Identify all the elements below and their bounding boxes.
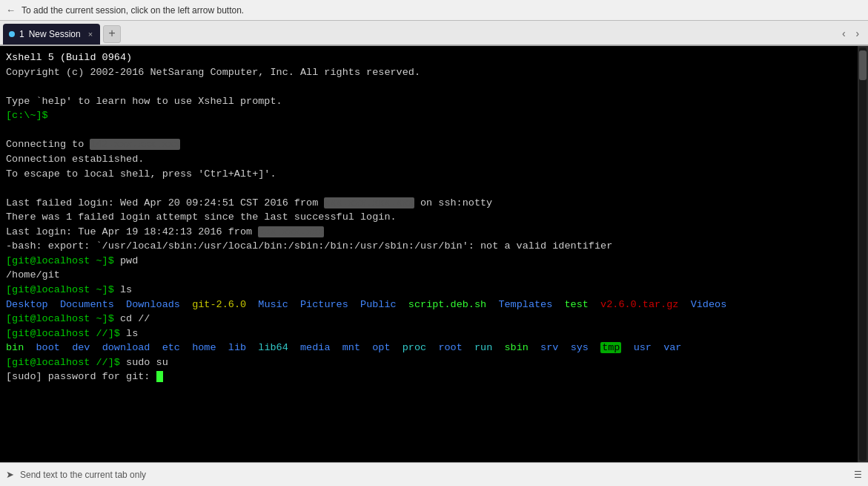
terminal-text xyxy=(331,342,342,353)
ls2-item: lib64 xyxy=(258,342,288,353)
terminal-line: /home/git xyxy=(6,268,852,283)
terminal-line: [c:\~]$ xyxy=(6,108,852,123)
terminal-text: Xshell 5 (Build 0964) xyxy=(6,52,132,63)
redacted-ip3: xxx.xxx.xxx xyxy=(258,226,324,237)
terminal-cmd: ls xyxy=(120,328,138,339)
terminal[interactable]: Xshell 5 (Build 0964) Copyright (c) 2002… xyxy=(0,46,858,462)
tab-bar: 1 New Session × + ‹ › xyxy=(0,21,868,46)
ls2-item: tmp xyxy=(600,342,621,353)
ls-item: v2.6.0.tar.gz xyxy=(600,299,678,310)
ls-item: Templates xyxy=(498,299,552,310)
terminal-text xyxy=(391,342,402,353)
terminal-text: -bash: export: `/usr/local/sbin:/usr/loc… xyxy=(6,240,612,252)
ls-item: Pictures xyxy=(300,299,348,310)
terminal-text xyxy=(397,299,408,310)
terminal-text xyxy=(492,342,504,353)
ls2-item: run xyxy=(474,342,492,353)
terminal-line xyxy=(6,79,852,94)
redacted-ip2: xxx.xxx.xxx.xxx xyxy=(324,197,414,208)
terminal-text: Connecting to xyxy=(6,139,90,150)
ls2-item: etc xyxy=(162,342,180,353)
ls2-item: opt xyxy=(372,342,390,353)
terminal-line: Last login: Tue Apr 19 18:42:13 2016 fro… xyxy=(6,225,852,240)
ls2-item: root xyxy=(438,342,462,353)
ls2-item: bin xyxy=(6,342,24,353)
terminal-text xyxy=(180,299,192,310)
ls-item: script.deb.sh xyxy=(408,299,486,310)
ls2-item: srv xyxy=(540,342,558,353)
terminal-cmd: cd // xyxy=(114,313,150,324)
terminal-text xyxy=(486,299,498,310)
ls-output: Desktop Documents Downloads git-2.6.0 Mu… xyxy=(6,298,852,312)
terminal-text xyxy=(558,342,570,353)
ls-item: Music xyxy=(258,299,288,310)
prompt-text: [git@localhost //]$ xyxy=(6,328,120,339)
ls2-item: boot xyxy=(36,342,60,353)
terminal-text xyxy=(652,342,663,353)
terminal-line: Connecting to 142.xxx.xxx.xxx xyxy=(6,137,852,152)
ls2-item: proc xyxy=(402,342,426,353)
terminal-line: [git@localhost ~]$ ls xyxy=(6,283,852,298)
terminal-text xyxy=(216,342,228,353)
terminal-line: To escape to local shell, press 'Ctrl+Al… xyxy=(6,167,852,182)
terminal-text: Last login: Tue Apr 19 18:42:13 2016 fro… xyxy=(6,226,258,237)
terminal-text xyxy=(150,342,162,353)
terminal-text: Last failed login: Wed Apr 20 09:24:51 C… xyxy=(6,197,324,208)
prompt-text: [git@localhost ~]$ xyxy=(6,284,114,295)
terminal-text xyxy=(60,342,72,353)
terminal-text xyxy=(90,342,102,353)
tab-nav-left[interactable]: ‹ xyxy=(838,27,849,42)
terminal-text xyxy=(621,342,633,353)
terminal-text xyxy=(463,342,474,353)
terminal-line: [git@localhost //]$ ls xyxy=(6,326,852,341)
bottom-menu-icon[interactable]: ☰ xyxy=(854,470,862,480)
terminal-text xyxy=(246,342,258,353)
arrow-icon: ← xyxy=(6,4,16,16)
terminal-scrollbar[interactable] xyxy=(858,46,868,462)
redacted-ip: 142.xxx.xxx.xxx xyxy=(90,139,180,150)
terminal-line: Last failed login: Wed Apr 20 09:24:51 C… xyxy=(6,196,852,211)
terminal-text xyxy=(589,299,600,310)
ls2-item: usr xyxy=(634,342,652,353)
prompt-text: [git@localhost //]$ xyxy=(6,357,120,368)
ls2-item: lib xyxy=(228,342,246,353)
terminal-text: There was 1 failed login attempt since t… xyxy=(6,211,397,223)
terminal-text: To escape to local shell, press 'Ctrl+Al… xyxy=(6,168,276,180)
cursor-block xyxy=(156,371,163,382)
terminal-cmd: pwd xyxy=(114,255,138,266)
terminal-text xyxy=(180,342,192,353)
terminal-text: Type `help' to learn how to use Xshell p… xyxy=(6,96,282,107)
tab-close-button[interactable]: × xyxy=(88,30,93,39)
bottom-bar: ➤ Send text to the current tab only ☰ xyxy=(0,462,868,486)
tab-label: New Session xyxy=(29,29,81,39)
terminal-line: Connection established. xyxy=(6,152,852,167)
send-icon: ➤ xyxy=(6,469,14,480)
ls2-item: media xyxy=(300,342,331,353)
scroll-track[interactable] xyxy=(859,47,867,461)
terminal-text xyxy=(348,299,360,310)
terminal-text xyxy=(246,299,258,310)
terminal-text: on ssh:notty xyxy=(414,197,492,208)
tab-nav-right[interactable]: › xyxy=(852,27,864,42)
add-tab-button[interactable]: + xyxy=(103,25,121,43)
ls-item: Desktop xyxy=(6,299,48,310)
terminal-text: Copyright (c) 2002-2016 NetSarang Comput… xyxy=(6,67,420,78)
scroll-thumb[interactable] xyxy=(859,50,867,80)
terminal-line: [git@localhost ~]$ pwd xyxy=(6,254,852,269)
ls-item: git-2.6.0 xyxy=(192,299,246,310)
terminal-text xyxy=(426,342,438,353)
terminal-line: [git@localhost ~]$ cd // xyxy=(6,312,852,326)
bottom-text: Send text to the current tab only xyxy=(20,470,146,480)
ls-item: Documents xyxy=(60,299,114,310)
ls-item: Downloads xyxy=(126,299,180,310)
terminal-line xyxy=(6,123,852,138)
terminal-cmd: sudo su xyxy=(120,357,168,368)
bottom-right-controls: ☰ xyxy=(854,470,862,480)
ls2-item: sbin xyxy=(505,342,529,353)
terminal-text xyxy=(529,342,540,353)
session-tab[interactable]: 1 New Session × xyxy=(3,24,100,45)
terminal-cmd: ls xyxy=(114,284,132,295)
ls2-item: var xyxy=(663,342,681,353)
tab-number: 1 xyxy=(19,29,24,39)
terminal-line: -bash: export: `/usr/local/sbin:/usr/loc… xyxy=(6,239,852,254)
